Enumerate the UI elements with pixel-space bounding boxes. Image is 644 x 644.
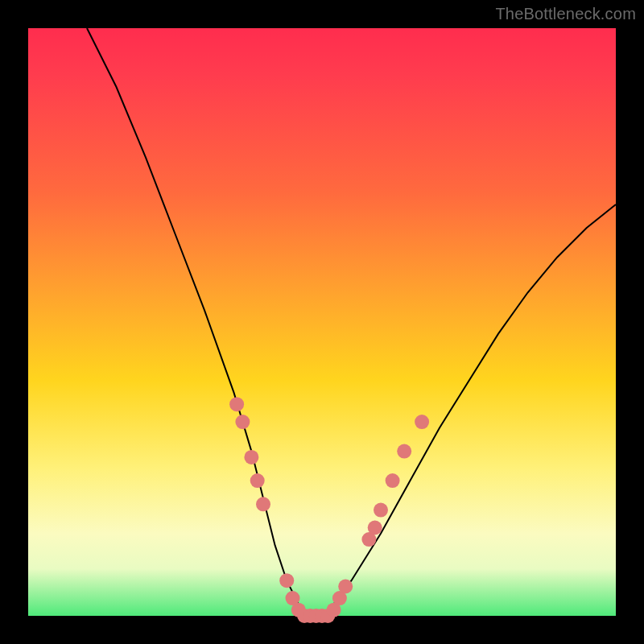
highlight-dot — [415, 415, 429, 429]
highlight-dot — [235, 415, 250, 429]
highlight-dot — [279, 573, 294, 588]
highlight-dot — [386, 473, 400, 488]
highlight-dot — [368, 521, 382, 535]
highlight-dot — [229, 397, 244, 411]
highlight-dot — [244, 450, 258, 464]
curve-svg — [28, 28, 616, 616]
watermark-text: TheBottleneck.com — [495, 5, 636, 23]
marker-layer — [229, 397, 429, 623]
highlight-dot — [338, 580, 353, 594]
plot-area — [28, 28, 616, 616]
highlight-dot — [250, 473, 265, 488]
bottleneck-curve — [87, 28, 616, 616]
highlight-dot — [256, 497, 270, 511]
chart-frame: TheBottleneck.com — [0, 0, 644, 644]
highlight-dot — [397, 444, 411, 459]
curve-layer — [87, 28, 616, 616]
highlight-dot — [374, 503, 388, 518]
